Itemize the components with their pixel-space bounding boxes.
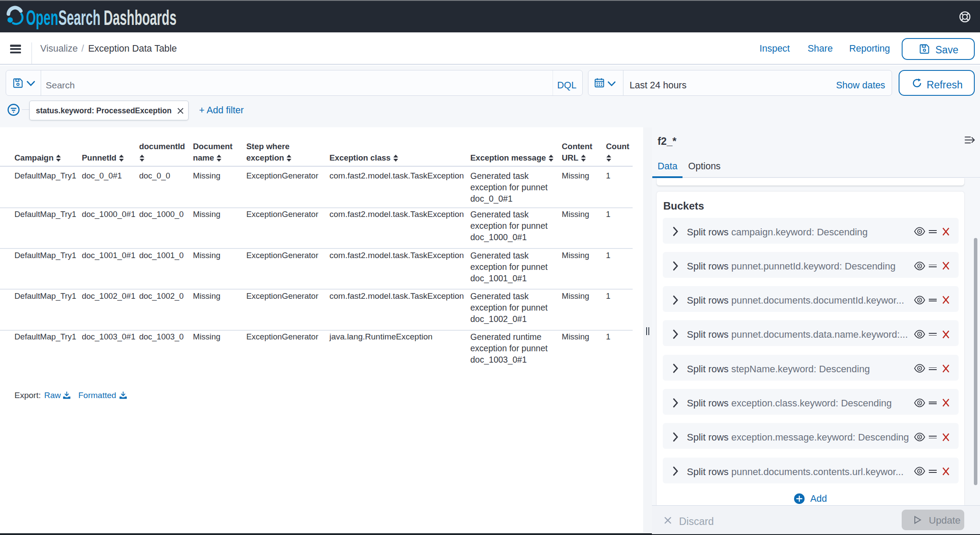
svg-text:Dashboards: Dashboards xyxy=(104,6,176,29)
svg-text:Search: Search xyxy=(59,6,101,29)
svg-text:Open: Open xyxy=(26,6,58,29)
